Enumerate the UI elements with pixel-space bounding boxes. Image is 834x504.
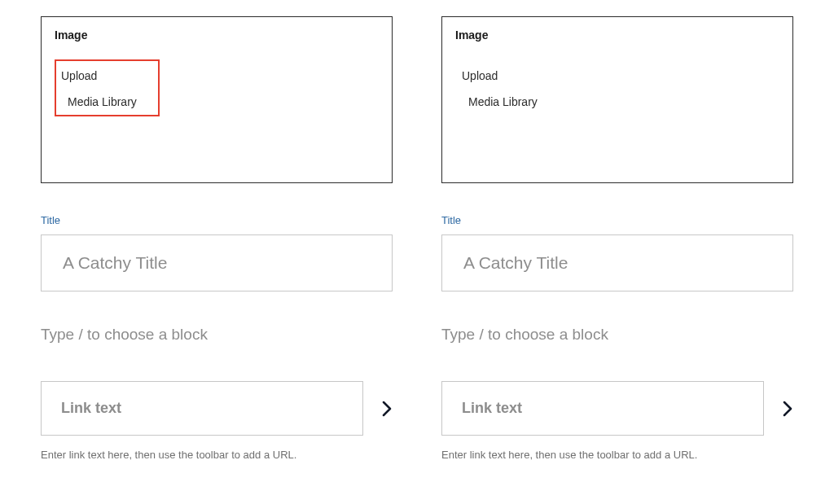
columns-container: Image Upload Media Library Title Type / … [41, 16, 793, 461]
column-left: Image Upload Media Library Title Type / … [41, 16, 393, 461]
media-library-button[interactable]: Media Library [460, 85, 539, 110]
image-block: Image Upload Media Library [41, 16, 393, 183]
image-heading: Image [55, 28, 379, 42]
link-row [41, 381, 393, 436]
chevron-right-icon [782, 400, 793, 418]
link-text-input[interactable] [61, 400, 343, 417]
link-help-text: Enter link text here, then use the toolb… [41, 449, 393, 461]
link-input-container [441, 381, 764, 436]
link-help-text: Enter link text here, then use the toolb… [441, 449, 793, 461]
upload-actions-highlight: Upload Media Library [55, 59, 160, 116]
upload-actions: Upload Media Library [455, 59, 560, 116]
title-label: Title [441, 214, 793, 226]
title-input-container [41, 234, 393, 291]
upload-button[interactable]: Upload [59, 66, 99, 85]
media-library-button[interactable]: Media Library [59, 85, 138, 110]
link-row [441, 381, 793, 436]
upload-button[interactable]: Upload [460, 66, 499, 85]
block-prompt[interactable]: Type / to choose a block [441, 326, 793, 344]
link-text-input[interactable] [462, 400, 744, 417]
title-label: Title [41, 214, 393, 226]
title-input[interactable] [463, 253, 771, 273]
column-right: Image Upload Media Library Title Type / … [441, 16, 793, 461]
link-input-container [41, 381, 363, 436]
block-prompt[interactable]: Type / to choose a block [41, 326, 393, 344]
image-block: Image Upload Media Library [441, 16, 793, 183]
title-input-container [441, 234, 793, 291]
image-heading: Image [455, 28, 779, 42]
chevron-right-icon [381, 400, 393, 418]
title-input[interactable] [63, 253, 371, 273]
